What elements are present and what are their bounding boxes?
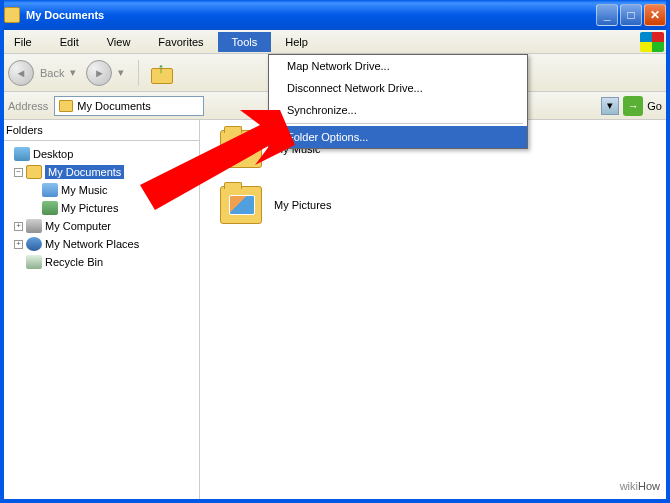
menubar: File Edit View Favorites Tools Help: [0, 30, 670, 54]
menu-view[interactable]: View: [93, 32, 145, 52]
menu-separator: [273, 123, 523, 124]
back-button[interactable]: ◄: [8, 60, 34, 86]
tools-dropdown-menu: Map Network Drive... Disconnect Network …: [268, 54, 528, 149]
tree-desktop[interactable]: Desktop: [2, 145, 197, 163]
expand-icon[interactable]: +: [14, 222, 23, 231]
separator: [138, 60, 139, 86]
recycle-bin-icon: [26, 255, 42, 269]
tree-my-documents[interactable]: −My Documents: [2, 163, 197, 181]
titlebar: My Documents _ □ ✕: [0, 0, 670, 30]
menu-disconnect-network-drive[interactable]: Disconnect Network Drive...: [269, 77, 527, 99]
sidebar-header: Folders: [0, 120, 199, 141]
forward-button[interactable]: ►: [86, 60, 112, 86]
tree-network-places[interactable]: +My Network Places: [2, 235, 197, 253]
menu-edit[interactable]: Edit: [46, 32, 93, 52]
tree-recycle-bin[interactable]: Recycle Bin: [2, 253, 197, 271]
menu-map-network-drive[interactable]: Map Network Drive...: [269, 55, 527, 77]
music-folder-icon: [220, 130, 262, 168]
window-title: My Documents: [26, 9, 596, 21]
go-button[interactable]: →: [623, 96, 643, 116]
folder-tree: Desktop −My Documents My Music My Pictur…: [0, 141, 199, 275]
tree-my-music[interactable]: My Music: [2, 181, 197, 199]
tree-my-computer[interactable]: +My Computer: [2, 217, 197, 235]
up-folder-button[interactable]: ↑: [149, 60, 175, 86]
back-label: Back: [40, 67, 64, 79]
close-button[interactable]: ✕: [644, 4, 666, 26]
maximize-button[interactable]: □: [620, 4, 642, 26]
computer-icon: [26, 219, 42, 233]
watermark: wikiHow: [620, 472, 660, 495]
folder-icon: [26, 165, 42, 179]
menu-folder-options[interactable]: Folder Options...: [269, 126, 527, 148]
expand-icon[interactable]: +: [14, 240, 23, 249]
back-dropdown-icon[interactable]: ▾: [70, 66, 80, 79]
folder-label: My Pictures: [274, 199, 331, 211]
pictures-folder-icon: [220, 186, 262, 224]
address-path: My Documents: [77, 100, 150, 112]
music-folder-icon: [42, 183, 58, 197]
menu-favorites[interactable]: Favorites: [144, 32, 217, 52]
forward-dropdown-icon[interactable]: ▾: [118, 66, 128, 79]
windows-flag-icon: [640, 32, 664, 52]
menu-file[interactable]: File: [0, 32, 46, 52]
pictures-folder-icon: [42, 201, 58, 215]
content-pane: My Music My Pictures: [200, 120, 670, 503]
menu-synchronize[interactable]: Synchronize...: [269, 99, 527, 121]
address-label: Address: [8, 100, 48, 112]
desktop-icon: [14, 147, 30, 161]
collapse-icon[interactable]: −: [14, 168, 23, 177]
address-dropdown-button[interactable]: ▾: [601, 97, 619, 115]
window-buttons: _ □ ✕: [596, 4, 666, 26]
network-icon: [26, 237, 42, 251]
tree-my-pictures[interactable]: My Pictures: [2, 199, 197, 217]
folder-icon: [59, 100, 73, 112]
go-label: Go: [647, 100, 662, 112]
folder-icon: [4, 7, 20, 23]
menu-help[interactable]: Help: [271, 32, 322, 52]
minimize-button[interactable]: _: [596, 4, 618, 26]
address-input[interactable]: My Documents: [54, 96, 204, 116]
sidebar: Folders Desktop −My Documents My Music M…: [0, 120, 200, 503]
folder-my-pictures[interactable]: My Pictures: [220, 186, 650, 224]
menu-tools[interactable]: Tools: [218, 32, 272, 52]
